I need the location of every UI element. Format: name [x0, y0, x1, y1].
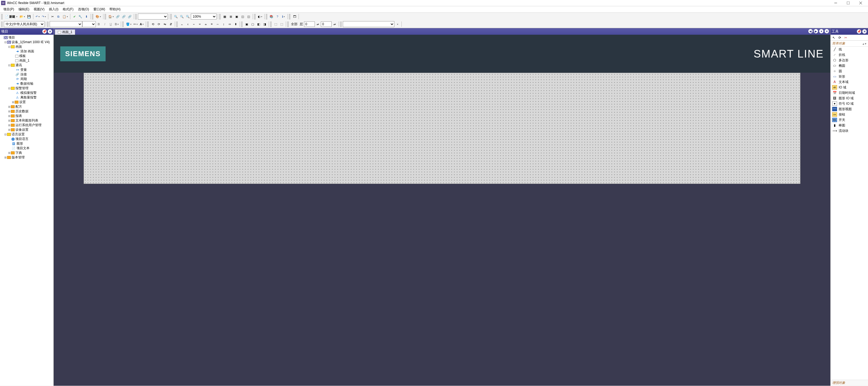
maximize-button[interactable]: [842, 0, 855, 6]
tab-prev-button[interactable]: ◀: [808, 29, 813, 34]
menu-project[interactable]: 项目(P): [1, 6, 16, 12]
tool-textfield[interactable]: A文本域: [831, 79, 868, 85]
cat-up-icon[interactable]: ▴: [863, 42, 864, 45]
zoom-select[interactable]: 100%: [191, 13, 217, 20]
dist-v-button[interactable]: ↕: [221, 21, 227, 27]
generate-button[interactable]: 🔧: [78, 13, 83, 20]
tree-variables[interactable]: ⊶变量: [0, 68, 54, 72]
align-left-button[interactable]: ⫠: [179, 21, 185, 27]
expand-icon[interactable]: ⊞: [11, 101, 14, 104]
menu-edit[interactable]: 编辑(E): [16, 6, 31, 12]
pointer-tool[interactable]: ↖: [832, 35, 836, 40]
undo-button[interactable]: ↶▾: [34, 13, 41, 20]
align-top-button[interactable]: ⫧: [197, 21, 203, 27]
tb-a1-button[interactable]: ▦: [222, 13, 228, 20]
tool-graphic-view[interactable]: 〰图形视图: [831, 106, 868, 112]
menu-insert[interactable]: 插入(I): [47, 6, 61, 12]
expand-icon[interactable]: ⊞: [8, 110, 11, 113]
style-select[interactable]: [343, 21, 394, 27]
toolbar-grip-icon[interactable]: [104, 14, 106, 19]
flip-h-button[interactable]: ⇋: [162, 21, 168, 27]
close-panel-button[interactable]: ✕: [48, 29, 52, 34]
collapse-icon[interactable]: ⊟: [8, 64, 11, 67]
toolbar-grip-icon[interactable]: [219, 14, 221, 19]
expand-icon[interactable]: ⊞: [8, 119, 11, 122]
tool-ellipse[interactable]: ⬭椭圆: [831, 63, 868, 68]
tree-root[interactable]: 项目: [0, 35, 54, 40]
tree-screens[interactable]: ⊟画面: [0, 44, 54, 49]
zoom-in-button[interactable]: 🔍: [179, 13, 185, 20]
collapse-icon[interactable]: ⊟: [4, 41, 7, 44]
tb-b1-button[interactable]: ◐▾: [257, 13, 263, 20]
close-button[interactable]: [855, 0, 867, 6]
spin1-button[interactable]: ▴▾: [315, 21, 321, 27]
tool-rectangle[interactable]: ▭矩形: [831, 74, 868, 79]
tb-a3-button[interactable]: ▣: [234, 13, 240, 20]
minimize-button[interactable]: [830, 0, 842, 6]
transfer-button[interactable]: ⬇: [83, 13, 89, 20]
bring-front-button[interactable]: ▣: [244, 21, 250, 27]
menu-window[interactable]: 窗口(W): [91, 6, 107, 12]
toolbar-grip-icon[interactable]: [122, 22, 124, 27]
paste-button[interactable]: 📋▾: [61, 13, 69, 20]
tab-close-button[interactable]: ✕: [824, 29, 829, 34]
tool-datetime[interactable]: 📅日期时间域: [831, 90, 868, 95]
tree-screen-1[interactable]: 画面_1: [0, 58, 54, 63]
expand-icon[interactable]: ⊞: [8, 115, 11, 118]
tb-a5-button[interactable]: ◫: [246, 13, 252, 20]
cat-down-icon[interactable]: ▾: [865, 42, 866, 45]
tree-device[interactable]: ⊟设备_1(Smart 1000 IE V4): [0, 40, 54, 44]
layer-from-input[interactable]: [304, 22, 315, 27]
align-right-button[interactable]: ⫟: [191, 21, 197, 27]
bold-button[interactable]: B: [96, 21, 102, 27]
language-select[interactable]: 中文(中华人民共和国): [4, 21, 44, 27]
tb-end-button[interactable]: ▾: [394, 21, 400, 27]
link-button[interactable]: 🔗: [115, 13, 121, 20]
pin-button[interactable]: 📌: [42, 29, 47, 34]
tree-cycles[interactable]: ⟳周期: [0, 77, 54, 82]
layer-to-input[interactable]: [321, 22, 332, 27]
tab-screen-1[interactable]: 画面_1: [55, 29, 75, 35]
font-select[interactable]: [50, 21, 82, 27]
tb-c2-button[interactable]: ?: [274, 13, 280, 20]
tool-graphic-io[interactable]: 🖼图形 IO 域: [831, 95, 868, 101]
expand-icon[interactable]: ⊞: [8, 151, 11, 154]
rotate-left-button[interactable]: ⟲: [150, 21, 156, 27]
collapse-icon[interactable]: ⊟: [8, 45, 11, 48]
menu-help[interactable]: 帮助(H): [107, 6, 123, 12]
align-center-h-button[interactable]: ⫞: [185, 21, 191, 27]
toolbar-grip-icon[interactable]: [1, 22, 3, 27]
toolbar-grip-icon[interactable]: [1, 14, 3, 19]
tree-add-screen[interactable]: ➜添加 画面: [0, 49, 54, 54]
pin-button[interactable]: 📌: [857, 29, 862, 34]
tool-line[interactable]: ╱线: [831, 47, 868, 52]
tree-datatransfer[interactable]: ➜数据传输: [0, 82, 54, 86]
zoom-fit-button[interactable]: 🔍: [173, 13, 179, 20]
flip-v-button[interactable]: ⇵: [168, 21, 174, 27]
expand-icon[interactable]: ⊞: [8, 124, 11, 127]
tree-proj-lang[interactable]: 项目语言: [0, 137, 54, 141]
fontsize-select[interactable]: [82, 21, 96, 27]
underline-button[interactable]: U: [108, 21, 114, 27]
toolbar-grip-icon[interactable]: [270, 22, 272, 27]
toolbar-grip-icon[interactable]: [340, 22, 342, 27]
fillcolor-button[interactable]: 🪣▾: [125, 21, 132, 27]
tab-list-button[interactable]: ▾: [819, 29, 824, 34]
menu-format[interactable]: 格式(F): [61, 6, 75, 12]
align-bottom-button[interactable]: ⫩: [209, 21, 215, 27]
tb-a2-button[interactable]: ⊞: [228, 13, 234, 20]
tree-history[interactable]: ⊞历史数据: [0, 109, 54, 114]
redo-tool[interactable]: ⟳: [838, 35, 842, 40]
send-back-button[interactable]: ▢: [250, 21, 256, 27]
tool-iofield[interactable]: abIO 域: [831, 85, 868, 90]
collapse-icon[interactable]: ⊟: [4, 133, 7, 136]
cut-button[interactable]: ✂: [50, 13, 55, 20]
zoom-out-button[interactable]: 🔍: [185, 13, 191, 20]
nav-back-button[interactable]: 🏠▾: [107, 13, 115, 20]
tools-category-enhanced[interactable]: 增强对象: [831, 380, 868, 386]
menu-options[interactable]: 选项(O): [76, 6, 91, 12]
redo-button[interactable]: ↷▾: [41, 13, 47, 20]
copy-button[interactable]: ⧉: [55, 13, 61, 20]
tool-flow[interactable]: ⟶流动块: [831, 128, 868, 133]
tree-recipe[interactable]: ⊞配方: [0, 104, 54, 109]
